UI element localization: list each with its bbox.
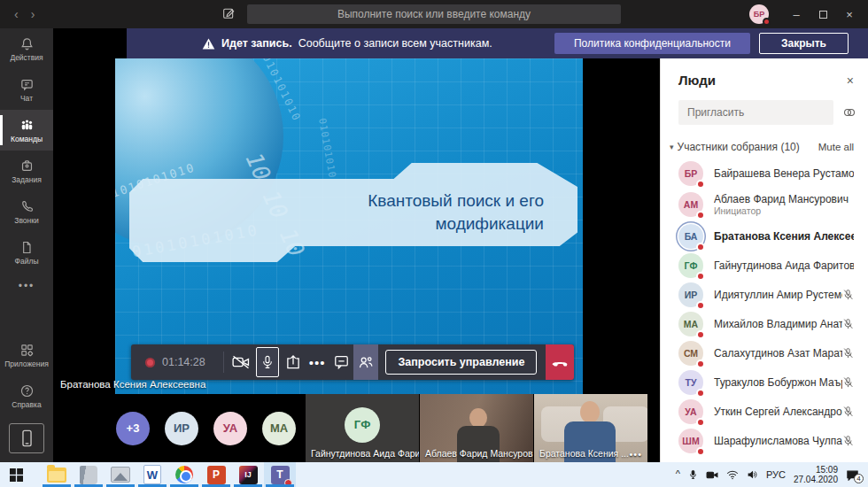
taskbar-app-ide[interactable]: IJ [232, 462, 264, 487]
overflow-participants-avatar[interactable]: +3 [116, 412, 150, 445]
mute-all-button[interactable]: Mute all [818, 142, 854, 152]
participant-row[interactable]: ТУ Туракулов Бобуржон Маър... [661, 367, 868, 397]
participant-row[interactable]: ИР Идиятуллин Амир Рустемо... [661, 280, 868, 309]
sidebar-item-help[interactable]: Справка [0, 375, 53, 416]
muted-mic-icon[interactable] [842, 435, 854, 447]
tile-more-icon[interactable]: ••• [629, 449, 642, 460]
presence-busy-dot [763, 18, 771, 26]
avatar: ИР [678, 282, 703, 307]
microphone-button[interactable] [256, 347, 279, 377]
privacy-policy-button[interactable]: Политика конфиденциальности [554, 33, 750, 54]
hang-up-button[interactable] [546, 344, 574, 380]
participants-toggle-button[interactable] [353, 344, 379, 380]
participant-avatar[interactable]: ИР [165, 412, 198, 445]
more-actions-button[interactable]: ••• [306, 344, 329, 380]
participant-row[interactable]: АМ Аблаев Фарид Мансурович Инициатор [661, 188, 868, 221]
sidebar-item-chat[interactable]: Чат [0, 69, 53, 110]
minimize-button[interactable]: – [783, 0, 810, 28]
teams-app-icon: T [271, 466, 290, 484]
taskbar-app-chrome[interactable] [168, 462, 200, 487]
participant-avatar[interactable]: УА [213, 412, 247, 445]
avatar-initials: ГФ [685, 260, 698, 271]
participant-row[interactable]: ГФ Гайнутдинова Аида Фаритовна [661, 251, 868, 280]
muted-mic-icon[interactable] [842, 406, 854, 418]
invite-input[interactable] [678, 100, 833, 125]
share-screen-button[interactable] [282, 344, 306, 380]
participant-tile[interactable]: ГФ Гайнутдинова Аида Фари... [306, 394, 419, 462]
taskbar-app-teams[interactable]: T [264, 462, 296, 487]
participants-section-header[interactable]: ▾ Участники собрания (10) Mute all [661, 134, 868, 158]
sidebar-item-assignments[interactable]: Задания [0, 151, 53, 191]
notification-center-icon[interactable]: 4 [846, 469, 859, 481]
participant-row[interactable]: БА Братанова Ксения Алексеевна [661, 221, 868, 251]
presenter-name-overlay: Братанова Ксения Алексеевна [60, 379, 205, 390]
banner-text: Сообщите о записи всем участникам. [298, 37, 492, 50]
photos-icon [111, 467, 130, 483]
tray-mic-icon[interactable] [688, 469, 698, 481]
muted-mic-icon[interactable] [842, 347, 854, 359]
taskbar-app-notebook[interactable] [73, 462, 105, 487]
taskbar-app-powerpoint[interactable]: P [200, 462, 232, 487]
sidebar-item-apps[interactable]: Приложения [0, 335, 53, 375]
forward-icon[interactable]: › [31, 7, 35, 21]
copy-link-icon[interactable] [842, 106, 856, 119]
sidebar-label: Справка [12, 400, 41, 409]
avatar-initials: МА [684, 319, 698, 329]
tray-wifi-icon[interactable] [726, 470, 739, 480]
avatar: ГФ [678, 253, 703, 278]
back-icon[interactable]: ‹ [14, 7, 19, 21]
language-indicator[interactable]: РУС [766, 469, 786, 480]
chrome-icon [175, 466, 193, 483]
participant-tile-name: Аблаев Фарид Мансуров... [425, 448, 533, 459]
taskbar-app-explorer[interactable] [41, 462, 73, 487]
participant-name: Братанова Ксения Алексеевна [714, 230, 854, 243]
tray-speaker-icon[interactable] [747, 469, 758, 480]
tray-chevron-icon[interactable]: ^ [676, 468, 680, 479]
avatar: СМ [678, 341, 703, 366]
taskbar-app-word[interactable]: W [136, 462, 168, 487]
tray-camera-icon[interactable] [706, 470, 718, 480]
participant-filmstrip: +3 ИР УА МА ГФ Гайнутдинова Аида Фари...… [53, 394, 660, 462]
request-control-button[interactable]: Запросить управление [385, 350, 537, 375]
participant-video-tile[interactable]: Аблаев Фарид Мансуров... [420, 394, 533, 462]
clock[interactable]: 15:09 27.04.2020 [794, 465, 838, 485]
participant-name: Шарафулисламова Чулпан ... [714, 435, 842, 447]
apps-icon [19, 343, 35, 358]
participant-video-tile[interactable]: Братанова Ксения ... ••• [534, 394, 647, 462]
new-chat-icon[interactable] [221, 6, 236, 20]
participant-row[interactable]: СМ Салахутдинов Азат Марато... [661, 338, 868, 367]
taskbar-app-photos[interactable] [105, 462, 136, 487]
chat-toggle-button[interactable] [329, 344, 353, 380]
mobile-app-button[interactable] [9, 423, 44, 453]
dismiss-banner-button[interactable]: Закрыть [759, 33, 849, 54]
close-panel-icon[interactable]: × [847, 73, 854, 88]
participant-row[interactable]: БР Байрашева Венера Рустамовна [661, 158, 868, 188]
sidebar-item-teams[interactable]: Команды [0, 110, 53, 151]
avatar: МА [678, 312, 703, 336]
sidebar-item-calls[interactable]: Звонки [0, 191, 53, 232]
muted-mic-icon[interactable] [842, 376, 854, 389]
sidebar-label: Действия [10, 53, 43, 62]
presence-busy-dot [696, 389, 705, 398]
muted-mic-icon[interactable] [842, 289, 854, 301]
participant-name: Михайлов Владимир Анато... [714, 318, 842, 330]
sidebar-more-button[interactable]: ••• [0, 273, 53, 299]
participant-name: Байрашева Венера Рустамовна [714, 167, 854, 180]
sidebar-item-files[interactable]: Файлы [0, 232, 53, 273]
participant-row[interactable]: МА Михайлов Владимир Анато... [661, 309, 868, 338]
participant-avatar[interactable]: МА [262, 412, 296, 445]
avatar-initials: ШМ [682, 436, 699, 446]
bell-icon [19, 36, 35, 51]
sidebar-item-activity[interactable]: Действия [0, 28, 53, 69]
start-button[interactable] [0, 462, 32, 487]
participant-row[interactable]: УА Уткин Сергей Александров... [661, 397, 868, 426]
participant-row[interactable]: ШМ Шарафулисламова Чулпан ... [661, 426, 868, 455]
recording-dot-icon [145, 358, 155, 367]
search-input[interactable] [247, 4, 621, 24]
maximize-button[interactable] [810, 0, 836, 28]
close-window-button[interactable]: × [836, 0, 863, 28]
presence-busy-dot [696, 272, 705, 281]
user-avatar[interactable]: БР [749, 4, 769, 24]
camera-off-button[interactable] [229, 344, 252, 380]
muted-mic-icon[interactable] [842, 318, 854, 330]
